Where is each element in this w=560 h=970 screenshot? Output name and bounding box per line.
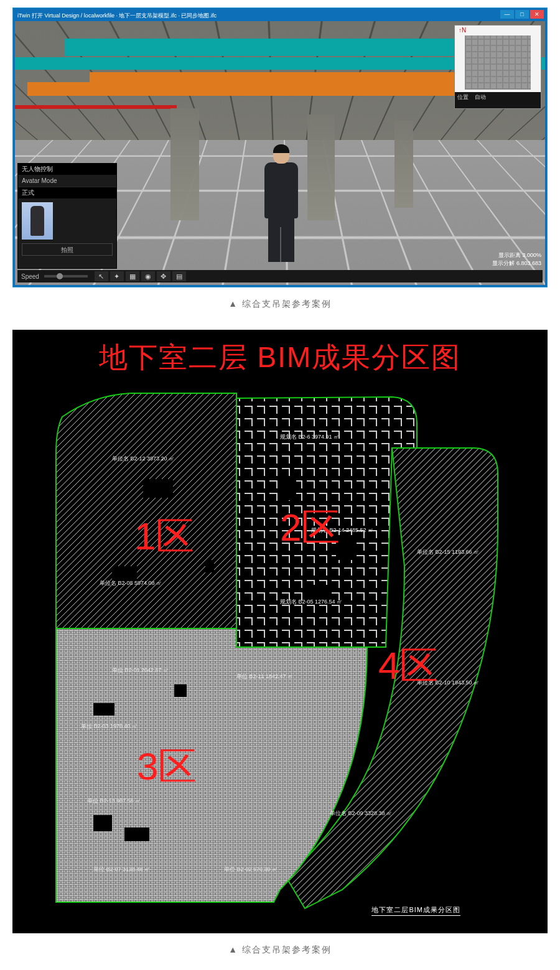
floorplan-svg: 单位名 B2-12 3973.20 ㎡ 单位名 B2-08 5974.08 ㎡ … [19, 380, 541, 927]
avatar-mode-label: Avatar Mode [22, 177, 57, 184]
anno: 单位名 B2-15 1193.66 ㎡ [417, 549, 479, 555]
zone-label-1: 1区 [134, 510, 194, 562]
status-readout: 显示距离 3.000% 显示分解 6.803.683 [492, 251, 541, 268]
minimap-btn[interactable]: 自动 [475, 94, 486, 100]
svg-rect-8 [280, 479, 296, 500]
svg-rect-5 [174, 684, 187, 697]
avatar-control-panel: 无人物控制 Avatar Mode 正式 拍照 [17, 163, 117, 269]
pipe-red [15, 105, 177, 109]
minimap-toolbar: 位置 自动 [455, 92, 541, 108]
compass-icon[interactable]: ✦ [110, 271, 124, 281]
minimap-plan[interactable] [465, 35, 531, 90]
anno: 单位名 B2-09 3328.38 ㎡ [330, 810, 392, 816]
status-line: 显示分解 6.803.683 [492, 259, 541, 268]
zone-label-2: 2区 [280, 501, 340, 554]
panel-section: 正式 [18, 187, 116, 198]
cad-floorplan-figure: 地下室二层 BIM成果分区图 [0, 330, 560, 970]
pillar [394, 121, 413, 208]
window-titlebar[interactable]: iTwin 打开 Virtual Design / localworkfile … [15, 10, 545, 21]
cad-title: 地下室二层 BIM成果分区图 [12, 338, 548, 377]
anno: 单位名 B2-12 3973.20 ㎡ [112, 455, 174, 462]
figure-caption: ▲ 综合支吊架参考案例 [0, 933, 560, 970]
avatar-manikin [259, 145, 303, 263]
pillar [170, 108, 199, 220]
figure-caption: ▲ 综合支吊架参考案例 [0, 287, 560, 325]
duct-teal [65, 39, 500, 56]
anno: 单位 B2-07 3138.48 ㎡ [93, 866, 150, 872]
svg-rect-1 [143, 479, 173, 498]
window-maximize-button[interactable]: □ [515, 10, 529, 19]
avatar-thumbnail[interactable] [22, 202, 53, 240]
zone-label-3: 3区 [137, 740, 197, 793]
minimap-panel[interactable]: ↑N 位置 自动 [454, 25, 541, 109]
svg-rect-7 [124, 828, 149, 841]
window-title: iTwin 打开 Virtual Design / localworkfile … [15, 10, 545, 21]
snapshot-button[interactable]: 拍照 [22, 243, 113, 256]
anno: 单位 B2-02 670.30 ㎡ [224, 866, 278, 872]
book-icon[interactable]: ▤ [172, 271, 186, 281]
status-line: 显示距离 3.000% [492, 251, 541, 259]
viewport-toolbar: Speed ↖ ✦ ▦ ◉ ✥ ▤ [17, 270, 543, 282]
window-minimize-button[interactable]: — [500, 10, 514, 19]
bim-3d-figure: iTwin 打开 Virtual Design / localworkfile … [0, 7, 560, 325]
anno: 单位 B2-03 1978.40 ㎡ [81, 723, 138, 729]
cad-viewport: 地下室二层 BIM成果分区图 [12, 330, 548, 933]
eye-icon[interactable]: ◉ [141, 271, 155, 281]
compass-icon: ↑N [459, 27, 466, 34]
anno: 单位 B2-11 1842.47 ㎡ [236, 673, 293, 679]
anno: 单位 B2-13 987.56 ㎡ [87, 798, 141, 804]
minimap-btn[interactable]: 位置 [457, 94, 469, 100]
anno: 单位名 B2-08 5974.08 ㎡ [100, 580, 162, 586]
anno: 规划名 B2-6 3974.91 ㎡ [280, 434, 339, 440]
svg-rect-4 [93, 703, 114, 716]
speed-slider[interactable] [44, 275, 88, 277]
bim-app-window: iTwin 打开 Virtual Design / localworkfile … [12, 7, 548, 287]
window-close-button[interactable]: ✕ [530, 10, 544, 19]
avatar-mode-row[interactable]: Avatar Mode [18, 175, 116, 187]
move-icon[interactable]: ✥ [157, 271, 170, 281]
zone-label-4: 4区 [378, 640, 438, 692]
anno: 规划名 B2-05 1276.54 ㎡ [280, 599, 342, 605]
pillar [307, 114, 335, 220]
panel-header: 无人物控制 [18, 164, 116, 175]
svg-rect-3 [205, 560, 214, 572]
svg-rect-6 [93, 815, 112, 831]
cad-footer: 地下室二层BIM成果分区图 [371, 905, 460, 916]
3d-viewport[interactable]: 无人物控制 Avatar Mode 正式 拍照 Speed ↖ ✦ ▦ ◉ ✥ … [15, 21, 545, 285]
anno: 单位 B2-01 2642.67 ㎡ [112, 667, 169, 673]
cursor-icon[interactable]: ↖ [95, 271, 108, 281]
cube-icon[interactable]: ▦ [126, 271, 139, 281]
speed-label: Speed [17, 273, 39, 280]
